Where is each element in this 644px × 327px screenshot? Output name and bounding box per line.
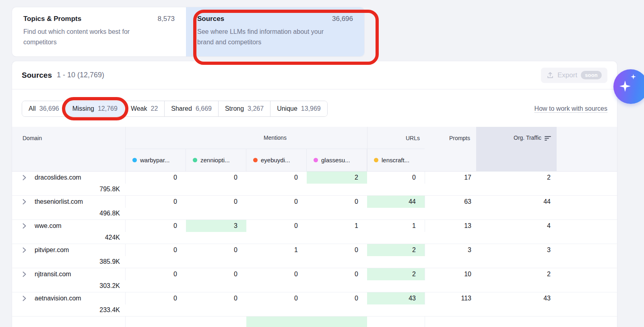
filter-count: 36,696 [39,105,59,112]
mention-cell [246,317,307,327]
brand-column-header[interactable]: glassesu... [307,149,367,171]
org-value: 385.9K [12,256,126,268]
domain-name[interactable]: wwe.com [35,222,62,230]
brand-label: eyebuydi... [261,157,290,164]
domain-name[interactable]: aetnavision.com [35,295,81,302]
domain-cell[interactable]: aetnavision.com [12,292,126,304]
sources-card-description: See where LLMs find information about yo… [197,27,325,48]
filter-unique[interactable]: Unique13,969 [270,101,327,116]
mention-cell: 43 [367,292,425,304]
topics-card-description: Find out which content works best for co… [23,27,151,48]
column-header-org-traffic[interactable]: Org. Traffic [476,127,557,171]
sources-card-title: Sources [197,15,224,23]
domain-cell[interactable]: pitviper.com [12,244,126,256]
domain-cell[interactable]: njtransit.com [12,268,126,280]
brand-color-dot [314,158,318,162]
filter-label: Unique [277,105,297,112]
help-link[interactable]: How to work with sources [535,105,607,113]
mention-cell: 0 [246,268,307,280]
sort-descending-icon [545,136,551,141]
filter-missing[interactable]: Missing12,769 [66,101,124,116]
mention-cell: 0 [186,244,246,256]
chevron-right-icon[interactable] [23,296,26,301]
chevron-right-icon[interactable] [23,199,26,205]
domain-name[interactable]: dracoslides.com [35,174,81,181]
chevron-right-icon[interactable] [23,247,26,253]
chevron-right-icon[interactable] [23,223,26,229]
mention-cell: 0 [307,244,367,256]
mention-cell [186,317,246,327]
topics-card-count: 8,573 [157,15,175,23]
brand-color-dot [253,158,258,162]
topics-card-title: Topics & Prompts [23,15,81,23]
org-value: 233.4K [12,304,126,317]
domain-name[interactable]: njtransit.com [35,271,71,278]
soon-badge: soon [581,71,602,79]
mention-cell: 0 [186,196,246,208]
prompts-value: 2 [476,172,557,184]
mention-cell: 1 [307,220,367,232]
urls-value: 3 [425,244,476,256]
org-value: 424K [12,232,126,244]
table-row: aetnavision.com00004311343233.4K [12,292,617,317]
mention-cell: 0 [126,268,186,280]
filter-toolbar: All36,696Missing12,769Weak22Shared6,669S… [22,101,607,117]
filter-count: 13,969 [301,105,321,112]
filter-label: Shared [171,105,192,112]
brand-color-dot [132,158,137,162]
brand-label: lenscraft... [382,157,409,164]
mention-cell: 0 [246,172,307,184]
mention-cell [307,317,367,327]
column-header-prompts[interactable]: Prompts [425,127,476,171]
filter-label: Missing [72,105,94,112]
brand-column-header[interactable]: warbypar... [126,149,186,171]
org-value: 496.8K [12,208,126,220]
filter-shared[interactable]: Shared6,669 [165,101,219,116]
domain-name[interactable]: theseniorlist.com [35,198,83,205]
mention-cell: 0 [126,196,186,208]
prompts-value: 44 [476,196,557,208]
domain-cell[interactable]: theseniorlist.com [12,196,126,208]
mention-cell: 0 [246,196,307,208]
chevron-right-icon[interactable] [23,175,26,180]
domain-cell[interactable]: wwe.com [12,220,126,232]
table-row: wwe.com03011134424K [12,220,617,244]
filter-label: All [29,105,36,112]
export-button[interactable]: Export soon [541,68,607,83]
mention-cell: 0 [186,268,246,280]
mention-cell: 0 [126,292,186,304]
mention-cell: 0 [367,172,425,184]
filter-strong[interactable]: Strong3,267 [219,101,270,116]
mention-cell: 0 [307,292,367,304]
mention-cell: 1 [246,244,307,256]
chevron-right-icon[interactable] [23,271,26,277]
mention-cell: 2 [367,268,425,280]
filter-label: Weak [131,105,147,112]
mention-cell: 0 [307,268,367,280]
sources-card[interactable]: Sources 36,696 See where LLMs find infor… [186,7,364,56]
ai-assistant-button[interactable] [613,69,644,104]
prompts-value: 4 [476,220,557,232]
export-button-label: Export [557,71,577,79]
table-row: dracoslides.com00020172795.8K [12,172,617,196]
brand-column-header[interactable]: eyebuydi... [246,149,307,171]
domain-cell[interactable] [12,317,126,327]
column-header-domain[interactable]: Domain [12,127,126,171]
domain-cell[interactable]: dracoslides.com [12,172,126,184]
topics-prompts-card[interactable]: Topics & Prompts 8,573 Find out which co… [12,7,186,56]
urls-value: 63 [425,196,476,208]
filter-weak[interactable]: Weak22 [124,101,165,116]
urls-value: 113 [425,292,476,304]
sparkle-small-icon [631,74,636,79]
filter-label: Strong [225,105,244,112]
domain-name[interactable]: pitviper.com [35,246,69,254]
mention-cell: 0 [307,196,367,208]
urls-value: 13 [425,220,476,232]
filter-all[interactable]: All36,696 [22,101,66,116]
org-value: 795.8K [12,184,126,196]
brand-column-header[interactable]: zenniopti... [186,149,246,171]
brand-column-header[interactable]: lenscraft... [367,149,425,171]
brand-label: warbypar... [140,157,169,164]
mention-cell: 2 [367,244,425,256]
mention-cell: 2 [307,172,367,184]
